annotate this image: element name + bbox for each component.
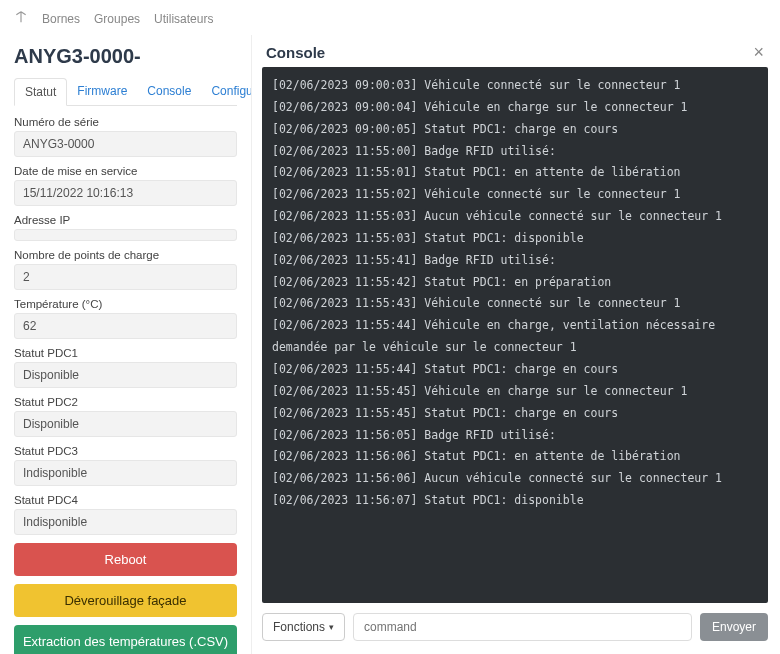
pdc1-value: Disponible <box>14 362 237 388</box>
ip-value <box>14 229 237 241</box>
console-line: [02/06/2023 11:55:01] Statut PDC1: en at… <box>272 162 758 184</box>
tab-firmware[interactable]: Firmware <box>67 78 137 105</box>
commission-label: Date de mise en service <box>14 165 237 177</box>
console-line: [02/06/2023 09:00:03] Véhicule connecté … <box>272 75 758 97</box>
console-line: [02/06/2023 11:55:45] Véhicule en charge… <box>272 381 758 403</box>
chevron-down-icon: ▾ <box>329 622 334 632</box>
command-input[interactable] <box>353 613 692 641</box>
console-title: Console <box>266 44 325 61</box>
right-panel: Console × [02/06/2023 09:00:03] Véhicule… <box>252 35 780 654</box>
points-value: 2 <box>14 264 237 290</box>
pdc4-value: Indisponible <box>14 509 237 535</box>
unlock-button[interactable]: Déverouillage façade <box>14 584 237 617</box>
left-panel: ANYG3-0000- Statut Firmware Console Conf… <box>0 35 252 654</box>
extract-temps-button[interactable]: Extraction des températures (.CSV) <box>14 625 237 654</box>
close-icon[interactable]: × <box>753 43 764 61</box>
console-line: [02/06/2023 11:55:02] Véhicule connecté … <box>272 184 758 206</box>
console-line: [02/06/2023 11:55:44] Véhicule en charge… <box>272 315 758 359</box>
console-line: [02/06/2023 11:56:06] Aucun véhicule con… <box>272 468 758 490</box>
console-line: [02/06/2023 11:55:41] Badge RFID utilisé… <box>272 250 758 272</box>
nav-bornes[interactable]: Bornes <box>42 12 80 26</box>
pdc3-value: Indisponible <box>14 460 237 486</box>
pdc1-label: Statut PDC1 <box>14 347 237 359</box>
tab-configuration[interactable]: Configuration <box>201 78 252 105</box>
console-line: [02/06/2023 11:56:06] Statut PDC1: en at… <box>272 446 758 468</box>
console-line: [02/06/2023 11:55:43] Véhicule connecté … <box>272 293 758 315</box>
pdc2-value: Disponible <box>14 411 237 437</box>
console-line: [02/06/2023 09:00:04] Véhicule en charge… <box>272 97 758 119</box>
pdc4-label: Statut PDC4 <box>14 494 237 506</box>
tab-statut[interactable]: Statut <box>14 78 67 106</box>
console-line: [02/06/2023 11:56:05] Badge RFID utilisé… <box>272 425 758 447</box>
console-line: [02/06/2023 11:55:45] Statut PDC1: charg… <box>272 403 758 425</box>
reboot-button[interactable]: Reboot <box>14 543 237 576</box>
console-line: [02/06/2023 09:00:05] Statut PDC1: charg… <box>272 119 758 141</box>
pdc2-label: Statut PDC2 <box>14 396 237 408</box>
nav-utilisateurs[interactable]: Utilisateurs <box>154 12 213 26</box>
ip-label: Adresse IP <box>14 214 237 226</box>
console-line: [02/06/2023 11:55:42] Statut PDC1: en pr… <box>272 272 758 294</box>
points-label: Nombre de points de charge <box>14 249 237 261</box>
functions-label: Fonctions <box>273 620 325 634</box>
page-title: ANYG3-0000- <box>14 45 237 68</box>
top-nav: Bornes Groupes Utilisateurs <box>0 0 780 35</box>
console-output[interactable]: [02/06/2023 09:00:03] Véhicule connecté … <box>262 67 768 603</box>
console-line: [02/06/2023 11:55:00] Badge RFID utilisé… <box>272 141 758 163</box>
console-line: [02/06/2023 11:56:07] Statut PDC1: dispo… <box>272 490 758 512</box>
temp-value: 62 <box>14 313 237 339</box>
pdc3-label: Statut PDC3 <box>14 445 237 457</box>
send-button[interactable]: Envoyer <box>700 613 768 641</box>
console-line: [02/06/2023 11:55:03] Aucun véhicule con… <box>272 206 758 228</box>
serial-label: Numéro de série <box>14 116 237 128</box>
logo-icon <box>14 10 28 27</box>
console-line: [02/06/2023 11:55:44] Statut PDC1: charg… <box>272 359 758 381</box>
serial-input[interactable] <box>14 131 237 157</box>
temp-label: Température (°C) <box>14 298 237 310</box>
console-line: [02/06/2023 11:55:03] Statut PDC1: dispo… <box>272 228 758 250</box>
nav-groupes[interactable]: Groupes <box>94 12 140 26</box>
functions-dropdown[interactable]: Fonctions ▾ <box>262 613 345 641</box>
tab-console[interactable]: Console <box>137 78 201 105</box>
tabs: Statut Firmware Console Configuration <box>14 78 237 106</box>
commission-value: 15/11/2022 10:16:13 <box>14 180 237 206</box>
